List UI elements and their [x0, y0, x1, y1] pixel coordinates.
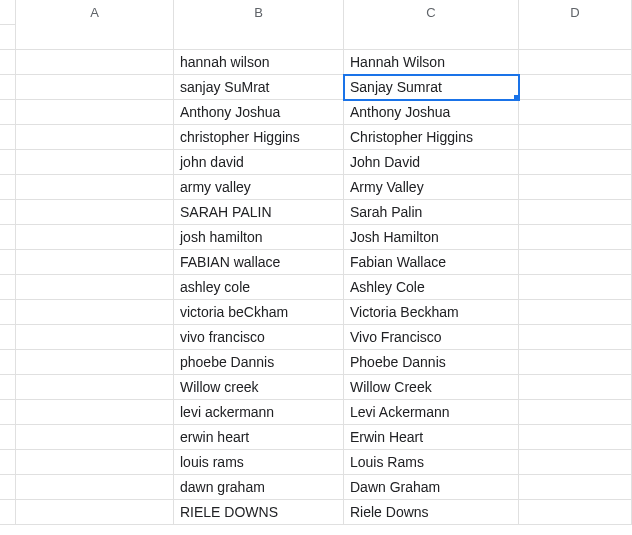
row-gutter[interactable] — [0, 450, 16, 475]
cell-D-10[interactable] — [519, 275, 632, 300]
cell-C-8[interactable]: Josh Hamilton — [344, 225, 519, 250]
cell-C-15[interactable]: Levi Ackermann — [344, 400, 519, 425]
cell-B-10[interactable]: ashley cole — [174, 275, 344, 300]
cell-A-2[interactable] — [16, 75, 174, 100]
column-header-C[interactable]: C — [344, 0, 519, 26]
cell-A-8[interactable] — [16, 225, 174, 250]
cell-B-3[interactable]: Anthony Joshua — [174, 100, 344, 125]
cell-B-18[interactable]: dawn graham — [174, 475, 344, 500]
cell-D-17[interactable] — [519, 450, 632, 475]
row-gutter[interactable] — [0, 500, 16, 525]
cell-C-3[interactable]: Anthony Joshua — [344, 100, 519, 125]
cell-A-7[interactable] — [16, 200, 174, 225]
cell-D-2[interactable] — [519, 75, 632, 100]
cell-C-1[interactable]: Hannah Wilson — [344, 50, 519, 75]
row-gutter[interactable] — [0, 375, 16, 400]
cell-C-13[interactable]: Phoebe Dannis — [344, 350, 519, 375]
cell-B-4[interactable]: christopher Higgins — [174, 125, 344, 150]
cell-B-7[interactable]: SARAH PALIN — [174, 200, 344, 225]
cell-B-13[interactable]: phoebe Dannis — [174, 350, 344, 375]
column-header-A[interactable]: A — [16, 0, 174, 26]
cell-C-18[interactable]: Dawn Graham — [344, 475, 519, 500]
cell-C-14[interactable]: Willow Creek — [344, 375, 519, 400]
cell-D-9[interactable] — [519, 250, 632, 275]
cell-B-14[interactable]: Willow creek — [174, 375, 344, 400]
row-gutter[interactable] — [0, 325, 16, 350]
cell-C-19[interactable]: Riele Downs — [344, 500, 519, 525]
cell-A-5[interactable] — [16, 150, 174, 175]
cell-A-3[interactable] — [16, 100, 174, 125]
cell-D-7[interactable] — [519, 200, 632, 225]
row-gutter[interactable] — [0, 250, 16, 275]
row-gutter[interactable] — [0, 150, 16, 175]
cell-A-17[interactable] — [16, 450, 174, 475]
row-gutter[interactable] — [0, 275, 16, 300]
row-gutter[interactable] — [0, 100, 16, 125]
cell-D-18[interactable] — [519, 475, 632, 500]
cell-C-17[interactable]: Louis Rams — [344, 450, 519, 475]
cell-C-12[interactable]: Vivo Francisco — [344, 325, 519, 350]
cell-A-12[interactable] — [16, 325, 174, 350]
cell-B-8[interactable]: josh hamilton — [174, 225, 344, 250]
cell-A-19[interactable] — [16, 500, 174, 525]
cell-A-16[interactable] — [16, 425, 174, 450]
cell-B-6[interactable]: army valley — [174, 175, 344, 200]
cell-B-11[interactable]: victoria beCkham — [174, 300, 344, 325]
cell-C-4[interactable]: Christopher Higgins — [344, 125, 519, 150]
cell-A-0[interactable] — [16, 25, 174, 50]
cell-B-17[interactable]: louis rams — [174, 450, 344, 475]
cell-D-15[interactable] — [519, 400, 632, 425]
cell-C-11[interactable]: Victoria Beckham — [344, 300, 519, 325]
cell-C-10[interactable]: Ashley Cole — [344, 275, 519, 300]
cell-A-9[interactable] — [16, 250, 174, 275]
row-gutter[interactable] — [0, 175, 16, 200]
cell-D-5[interactable] — [519, 150, 632, 175]
corner-cell[interactable] — [0, 0, 16, 25]
cell-A-4[interactable] — [16, 125, 174, 150]
cell-D-19[interactable] — [519, 500, 632, 525]
cell-A-6[interactable] — [16, 175, 174, 200]
cell-C-0[interactable] — [344, 25, 519, 50]
column-header-D[interactable]: D — [519, 0, 632, 26]
cell-C-9[interactable]: Fabian Wallace — [344, 250, 519, 275]
row-gutter[interactable] — [0, 400, 16, 425]
cell-D-16[interactable] — [519, 425, 632, 450]
row-gutter[interactable] — [0, 350, 16, 375]
row-gutter[interactable] — [0, 300, 16, 325]
cell-D-8[interactable] — [519, 225, 632, 250]
cell-D-4[interactable] — [519, 125, 632, 150]
cell-C-7[interactable]: Sarah Palin — [344, 200, 519, 225]
row-gutter[interactable] — [0, 475, 16, 500]
row-gutter[interactable] — [0, 25, 16, 50]
cell-B-5[interactable]: john david — [174, 150, 344, 175]
cell-C-6[interactable]: Army Valley — [344, 175, 519, 200]
cell-D-13[interactable] — [519, 350, 632, 375]
row-gutter[interactable] — [0, 425, 16, 450]
row-gutter[interactable] — [0, 75, 16, 100]
row-gutter[interactable] — [0, 50, 16, 75]
cell-D-0[interactable] — [519, 25, 632, 50]
row-gutter[interactable] — [0, 125, 16, 150]
cell-B-0[interactable] — [174, 25, 344, 50]
cell-D-6[interactable] — [519, 175, 632, 200]
column-header-B[interactable]: B — [174, 0, 344, 26]
cell-D-11[interactable] — [519, 300, 632, 325]
cell-D-3[interactable] — [519, 100, 632, 125]
cell-B-15[interactable]: levi ackermann — [174, 400, 344, 425]
cell-B-2[interactable]: sanjay SuMrat — [174, 75, 344, 100]
cell-D-1[interactable] — [519, 50, 632, 75]
cell-B-9[interactable]: FABIAN wallace — [174, 250, 344, 275]
cell-A-14[interactable] — [16, 375, 174, 400]
cell-A-10[interactable] — [16, 275, 174, 300]
cell-D-14[interactable] — [519, 375, 632, 400]
cell-C-16[interactable]: Erwin Heart — [344, 425, 519, 450]
row-gutter[interactable] — [0, 200, 16, 225]
cell-A-11[interactable] — [16, 300, 174, 325]
cell-B-12[interactable]: vivo francisco — [174, 325, 344, 350]
row-gutter[interactable] — [0, 225, 16, 250]
cell-C-2[interactable]: Sanjay Sumrat — [344, 75, 519, 100]
cell-B-19[interactable]: RIELE DOWNS — [174, 500, 344, 525]
cell-D-12[interactable] — [519, 325, 632, 350]
spreadsheet-grid[interactable]: ABCDhannah wilsonHannah Wilsonsanjay SuM… — [0, 0, 632, 525]
cell-A-18[interactable] — [16, 475, 174, 500]
